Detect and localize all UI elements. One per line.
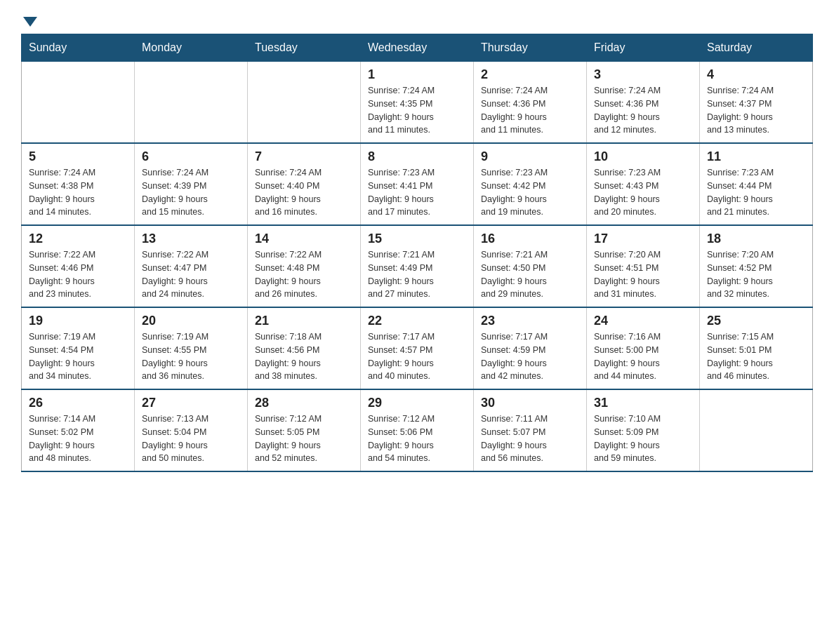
week-row-0: 1Sunrise: 7:24 AM Sunset: 4:35 PM Daylig… [22,62,813,144]
day-number: 26 [29,396,127,410]
day-number: 22 [368,314,466,328]
day-cell: 16Sunrise: 7:21 AM Sunset: 4:50 PM Dayli… [474,225,587,307]
day-cell: 17Sunrise: 7:20 AM Sunset: 4:51 PM Dayli… [587,225,700,307]
day-cell [22,62,135,144]
day-cell: 3Sunrise: 7:24 AM Sunset: 4:36 PM Daylig… [587,62,700,144]
day-number: 12 [29,232,127,246]
day-number: 28 [255,396,353,410]
header-thursday: Thursday [474,34,587,62]
header-monday: Monday [135,34,248,62]
day-info: Sunrise: 7:21 AM Sunset: 4:50 PM Dayligh… [481,248,579,301]
day-number: 9 [481,149,579,164]
day-cell: 2Sunrise: 7:24 AM Sunset: 4:36 PM Daylig… [474,62,587,144]
day-cell: 23Sunrise: 7:17 AM Sunset: 4:59 PM Dayli… [474,307,587,389]
day-number: 18 [707,232,805,246]
day-info: Sunrise: 7:24 AM Sunset: 4:40 PM Dayligh… [255,166,353,219]
day-info: Sunrise: 7:24 AM Sunset: 4:37 PM Dayligh… [707,84,805,137]
day-info: Sunrise: 7:10 AM Sunset: 5:09 PM Dayligh… [594,412,692,465]
day-info: Sunrise: 7:11 AM Sunset: 5:07 PM Dayligh… [481,412,579,465]
day-cell: 11Sunrise: 7:23 AM Sunset: 4:44 PM Dayli… [700,143,813,225]
day-number: 19 [29,314,127,328]
day-cell: 13Sunrise: 7:22 AM Sunset: 4:47 PM Dayli… [135,225,248,307]
calendar-table: Sunday Monday Tuesday Wednesday Thursday… [21,34,813,472]
day-number: 11 [707,149,805,164]
day-number: 5 [29,149,127,164]
day-cell: 28Sunrise: 7:12 AM Sunset: 5:05 PM Dayli… [248,389,361,471]
day-cell [248,62,361,144]
day-info: Sunrise: 7:14 AM Sunset: 5:02 PM Dayligh… [29,412,127,465]
day-cell: 25Sunrise: 7:15 AM Sunset: 5:01 PM Dayli… [700,307,813,389]
day-info: Sunrise: 7:24 AM Sunset: 4:36 PM Dayligh… [481,84,579,137]
day-number: 20 [142,314,240,328]
day-cell: 4Sunrise: 7:24 AM Sunset: 4:37 PM Daylig… [700,62,813,144]
day-cell: 19Sunrise: 7:19 AM Sunset: 4:54 PM Dayli… [22,307,135,389]
day-cell: 30Sunrise: 7:11 AM Sunset: 5:07 PM Dayli… [474,389,587,471]
day-cell [700,389,813,471]
day-cell: 24Sunrise: 7:16 AM Sunset: 5:00 PM Dayli… [587,307,700,389]
day-number: 27 [142,396,240,410]
day-number: 1 [368,67,466,82]
day-info: Sunrise: 7:18 AM Sunset: 4:56 PM Dayligh… [255,330,353,383]
day-number: 21 [255,314,353,328]
day-info: Sunrise: 7:22 AM Sunset: 4:46 PM Dayligh… [29,248,127,301]
header-tuesday: Tuesday [248,34,361,62]
day-number: 15 [368,232,466,246]
day-cell: 31Sunrise: 7:10 AM Sunset: 5:09 PM Dayli… [587,389,700,471]
day-number: 3 [594,67,692,82]
day-info: Sunrise: 7:24 AM Sunset: 4:39 PM Dayligh… [142,166,240,219]
day-cell: 5Sunrise: 7:24 AM Sunset: 4:38 PM Daylig… [22,143,135,225]
header-sunday: Sunday [22,34,135,62]
day-number: 16 [481,232,579,246]
day-info: Sunrise: 7:23 AM Sunset: 4:41 PM Dayligh… [368,166,466,219]
day-info: Sunrise: 7:16 AM Sunset: 5:00 PM Dayligh… [594,330,692,383]
day-cell: 22Sunrise: 7:17 AM Sunset: 4:57 PM Dayli… [361,307,474,389]
day-number: 29 [368,396,466,410]
day-info: Sunrise: 7:24 AM Sunset: 4:36 PM Dayligh… [594,84,692,137]
header [21,14,813,22]
day-info: Sunrise: 7:22 AM Sunset: 4:48 PM Dayligh… [255,248,353,301]
day-cell: 21Sunrise: 7:18 AM Sunset: 4:56 PM Dayli… [248,307,361,389]
day-info: Sunrise: 7:17 AM Sunset: 4:57 PM Dayligh… [368,330,466,383]
logo-arrow-icon [23,17,37,27]
header-saturday: Saturday [700,34,813,62]
day-number: 7 [255,149,353,164]
calendar-body: 1Sunrise: 7:24 AM Sunset: 4:35 PM Daylig… [22,62,813,472]
days-header-row: Sunday Monday Tuesday Wednesday Thursday… [22,34,813,62]
day-cell: 6Sunrise: 7:24 AM Sunset: 4:39 PM Daylig… [135,143,248,225]
day-cell: 26Sunrise: 7:14 AM Sunset: 5:02 PM Dayli… [22,389,135,471]
day-cell: 15Sunrise: 7:21 AM Sunset: 4:49 PM Dayli… [361,225,474,307]
day-number: 10 [594,149,692,164]
day-cell: 9Sunrise: 7:23 AM Sunset: 4:42 PM Daylig… [474,143,587,225]
day-cell [135,62,248,144]
day-number: 31 [594,396,692,410]
day-info: Sunrise: 7:23 AM Sunset: 4:44 PM Dayligh… [707,166,805,219]
day-info: Sunrise: 7:12 AM Sunset: 5:05 PM Dayligh… [255,412,353,465]
day-number: 4 [707,67,805,82]
day-cell: 29Sunrise: 7:12 AM Sunset: 5:06 PM Dayli… [361,389,474,471]
day-info: Sunrise: 7:24 AM Sunset: 4:35 PM Dayligh… [368,84,466,137]
day-number: 30 [481,396,579,410]
calendar-header: Sunday Monday Tuesday Wednesday Thursday… [22,34,813,62]
logo [21,14,37,22]
day-number: 13 [142,232,240,246]
day-cell: 18Sunrise: 7:20 AM Sunset: 4:52 PM Dayli… [700,225,813,307]
day-number: 17 [594,232,692,246]
day-cell: 1Sunrise: 7:24 AM Sunset: 4:35 PM Daylig… [361,62,474,144]
day-number: 25 [707,314,805,328]
week-row-3: 19Sunrise: 7:19 AM Sunset: 4:54 PM Dayli… [22,307,813,389]
day-number: 8 [368,149,466,164]
header-friday: Friday [587,34,700,62]
day-cell: 7Sunrise: 7:24 AM Sunset: 4:40 PM Daylig… [248,143,361,225]
day-cell: 14Sunrise: 7:22 AM Sunset: 4:48 PM Dayli… [248,225,361,307]
week-row-1: 5Sunrise: 7:24 AM Sunset: 4:38 PM Daylig… [22,143,813,225]
day-number: 24 [594,314,692,328]
day-number: 6 [142,149,240,164]
day-info: Sunrise: 7:21 AM Sunset: 4:49 PM Dayligh… [368,248,466,301]
day-info: Sunrise: 7:22 AM Sunset: 4:47 PM Dayligh… [142,248,240,301]
day-cell: 27Sunrise: 7:13 AM Sunset: 5:04 PM Dayli… [135,389,248,471]
day-info: Sunrise: 7:15 AM Sunset: 5:01 PM Dayligh… [707,330,805,383]
day-cell: 20Sunrise: 7:19 AM Sunset: 4:55 PM Dayli… [135,307,248,389]
header-wednesday: Wednesday [361,34,474,62]
day-cell: 12Sunrise: 7:22 AM Sunset: 4:46 PM Dayli… [22,225,135,307]
day-number: 14 [255,232,353,246]
